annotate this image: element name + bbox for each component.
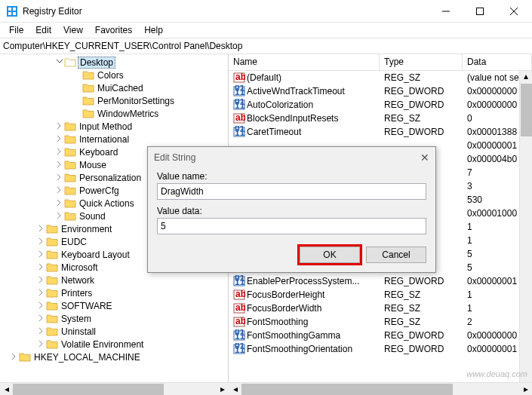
tree-item-volatile-environment[interactable]: Volatile Environment — [0, 338, 228, 351]
expand-icon[interactable] — [36, 237, 46, 246]
list-row[interactable]: abFontSmoothingREG_SZ2 — [229, 315, 532, 329]
expand-icon[interactable] — [54, 173, 64, 182]
list-row[interactable]: 011110FontSmoothingOrientationREG_DWORD0… — [229, 342, 532, 356]
tree-item-permonitorsettings[interactable]: PerMonitorSettings — [0, 94, 228, 107]
value-type: REG_SZ — [380, 289, 463, 300]
value-name-label: Value name: — [157, 171, 426, 182]
tree-item-windowmetrics[interactable]: WindowMetrics — [0, 107, 228, 120]
tree-item-label: Network — [60, 275, 96, 286]
dword-value-icon: 011110 — [233, 329, 245, 341]
menu-favorites[interactable]: Favorites — [89, 23, 138, 37]
bottom-scrollbar-right[interactable]: ◂ ▸ — [229, 382, 532, 395]
cancel-button[interactable]: Cancel — [366, 246, 426, 263]
tree-item-label: Printers — [60, 288, 94, 299]
tree-item-label: MuiCached — [96, 83, 145, 93]
expand-icon[interactable] — [54, 212, 64, 220]
expand-icon[interactable] — [36, 302, 46, 310]
folder-icon — [64, 211, 76, 222]
dword-value-icon: 011110 — [233, 99, 245, 111]
folder-icon — [64, 198, 76, 209]
expand-icon[interactable] — [54, 186, 64, 194]
expand-icon[interactable] — [36, 340, 46, 348]
menu-edit[interactable]: Edit — [29, 23, 57, 37]
bottom-scrollbar[interactable]: ◂ ▸ — [0, 382, 229, 395]
value-name: FocusBorderHeight — [247, 289, 324, 300]
value-name: FontSmoothingOrientation — [247, 344, 352, 354]
minimize-button[interactable] — [429, 0, 463, 22]
expand-icon[interactable] — [36, 276, 46, 284]
svg-text:110: 110 — [235, 87, 245, 97]
folder-icon — [19, 352, 31, 363]
list-row[interactable]: 011110CaretTimeoutREG_DWORD0x00001388 (5… — [229, 125, 532, 139]
expand-icon[interactable] — [54, 58, 64, 66]
col-type[interactable]: Type — [380, 54, 463, 70]
menu-view[interactable]: View — [57, 23, 89, 37]
folder-icon — [46, 288, 58, 299]
expand-icon[interactable] — [54, 161, 64, 169]
list-row[interactable]: abBlockSendInputResetsREG_SZ0 — [229, 112, 532, 125]
folder-icon — [46, 339, 58, 350]
value-type: REG_SZ — [380, 113, 463, 124]
dialog-close-button[interactable]: ✕ — [420, 152, 429, 164]
list-row[interactable]: ab(Default)REG_SZ(value not set) — [229, 71, 532, 84]
tree-item-colors[interactable]: Colors — [0, 69, 228, 81]
list-row[interactable]: abFocusBorderWidthREG_SZ1 — [229, 302, 532, 315]
folder-icon — [82, 96, 94, 106]
list-row[interactable]: 011110ActiveWndTrackTimeoutREG_DWORD0x00… — [229, 84, 532, 98]
folder-icon — [46, 301, 58, 311]
expand-icon[interactable] — [36, 327, 46, 335]
expand-icon[interactable] — [54, 148, 64, 156]
svg-text:ab: ab — [235, 72, 245, 82]
tree-item-system[interactable]: System — [0, 312, 228, 325]
expand-icon[interactable] — [54, 135, 64, 143]
tree-item-label: PowerCfg — [78, 185, 121, 196]
close-button[interactable] — [497, 0, 530, 22]
expand-icon[interactable] — [36, 263, 46, 271]
svg-text:ab: ab — [235, 316, 245, 326]
folder-icon — [64, 185, 76, 196]
value-type: REG_DWORD — [380, 86, 463, 96]
list-row[interactable]: 011110AutoColorizationREG_DWORD0x0000000… — [229, 98, 532, 112]
expand-icon[interactable] — [36, 314, 46, 323]
value-name: EnablePerProcessSystem... — [247, 276, 359, 286]
value-data-input[interactable] — [157, 218, 426, 234]
expand-icon[interactable] — [36, 289, 46, 297]
svg-rect-3 — [8, 12, 11, 15]
list-row[interactable]: abFocusBorderHeightREG_SZ1 — [229, 288, 532, 302]
expand-icon[interactable] — [54, 122, 64, 130]
dword-value-icon: 011110 — [233, 126, 245, 138]
list-row[interactable]: 011110EnablePerProcessSystem...REG_DWORD… — [229, 274, 532, 288]
ok-button[interactable]: OK — [300, 246, 360, 263]
expand-icon[interactable] — [36, 250, 46, 259]
svg-text:110: 110 — [235, 100, 245, 111]
tree-item-software[interactable]: SOFTWARE — [0, 299, 228, 312]
tree-item-international[interactable]: International — [0, 133, 228, 145]
menu-file[interactable]: File — [3, 23, 29, 37]
tree-item-muicached[interactable]: MuiCached — [0, 81, 228, 94]
folder-icon — [46, 275, 58, 286]
tree-item-network[interactable]: Network — [0, 274, 228, 286]
expand-icon[interactable] — [36, 225, 46, 233]
folder-icon — [64, 173, 76, 183]
list-scrollbar-vertical[interactable]: ▴ ▾ — [519, 71, 532, 393]
tree-item-label: WindowMetrics — [96, 109, 160, 119]
tree-item-uninstall[interactable]: Uninstall — [0, 325, 228, 338]
folder-icon — [46, 237, 58, 247]
window-title: Registry Editor — [23, 6, 429, 17]
col-name[interactable]: Name — [229, 54, 380, 70]
tree-item-desktop[interactable]: Desktop — [0, 56, 228, 69]
maximize-button[interactable] — [463, 0, 497, 22]
tree-item-hkey-local-machine[interactable]: HKEY_LOCAL_MACHINE — [0, 351, 228, 363]
tree-item-label: International — [78, 134, 131, 145]
tree-item-label: Volatile Environment — [60, 339, 145, 350]
menu-help[interactable]: Help — [138, 23, 169, 37]
list-row[interactable]: 011110FontSmoothingGammaREG_DWORD0x00000… — [229, 329, 532, 342]
col-data[interactable]: Data — [463, 54, 532, 70]
tree-item-printers[interactable]: Printers — [0, 286, 228, 299]
value-type: REG_DWORD — [380, 100, 463, 110]
expand-icon[interactable] — [9, 353, 19, 361]
value-name-input[interactable] — [157, 183, 426, 200]
expand-icon[interactable] — [54, 199, 64, 207]
tree-item-input-method[interactable]: Input Method — [0, 120, 228, 133]
address-bar[interactable]: Computer\HKEY_CURRENT_USER\Control Panel… — [0, 38, 532, 54]
